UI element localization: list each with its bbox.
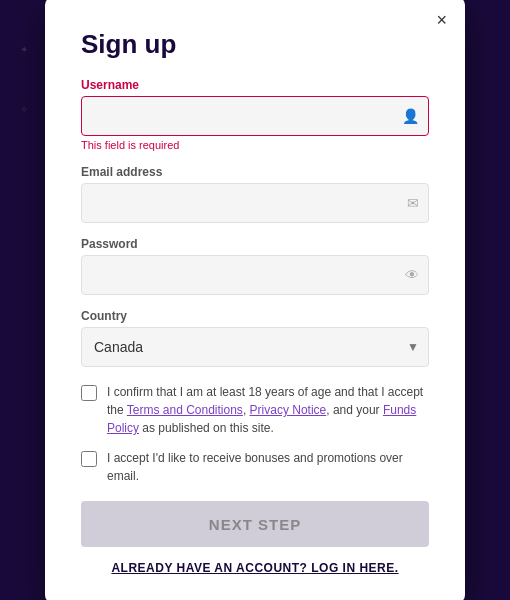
terms-label[interactable]: I confirm that I am at least 18 years of… — [107, 383, 429, 437]
country-field-group: Country Canada United States United King… — [81, 309, 429, 367]
email-input-wrapper: ✉ — [81, 183, 429, 223]
modal-title: Sign up — [81, 29, 429, 60]
password-field-group: Password 👁 — [81, 237, 429, 295]
email-field-group: Email address ✉ — [81, 165, 429, 223]
signup-modal: × Sign up Username 👤 This field is requi… — [45, 0, 465, 600]
promotions-checkbox[interactable] — [81, 451, 97, 467]
password-label: Password — [81, 237, 429, 251]
next-step-button[interactable]: NEXT STEP — [81, 501, 429, 547]
country-select[interactable]: Canada United States United Kingdom Aust… — [81, 327, 429, 367]
password-input-wrapper: 👁 — [81, 255, 429, 295]
username-input-wrapper: 👤 — [81, 96, 429, 136]
country-label: Country — [81, 309, 429, 323]
username-error: This field is required — [81, 139, 429, 151]
login-link[interactable]: ALREADY HAVE AN ACCOUNT? LOG IN HERE. — [111, 561, 398, 575]
terms-checkbox[interactable] — [81, 385, 97, 401]
username-field-group: Username 👤 This field is required — [81, 78, 429, 151]
promotions-label[interactable]: I accept I'd like to receive bonuses and… — [107, 449, 429, 485]
privacy-link[interactable]: Privacy Notice — [250, 403, 327, 417]
username-label: Username — [81, 78, 429, 92]
country-select-wrapper: Canada United States United Kingdom Aust… — [81, 327, 429, 367]
promotions-checkbox-group: I accept I'd like to receive bonuses and… — [81, 449, 429, 485]
email-label: Email address — [81, 165, 429, 179]
terms-checkbox-group: I confirm that I am at least 18 years of… — [81, 383, 429, 437]
terms-link[interactable]: Terms and Conditions — [127, 403, 243, 417]
login-link-container: ALREADY HAVE AN ACCOUNT? LOG IN HERE. — [81, 561, 429, 575]
username-input[interactable] — [81, 96, 429, 136]
password-input[interactable] — [81, 255, 429, 295]
email-input[interactable] — [81, 183, 429, 223]
close-button[interactable]: × — [436, 11, 447, 29]
terms-section: I confirm that I am at least 18 years of… — [81, 383, 429, 485]
